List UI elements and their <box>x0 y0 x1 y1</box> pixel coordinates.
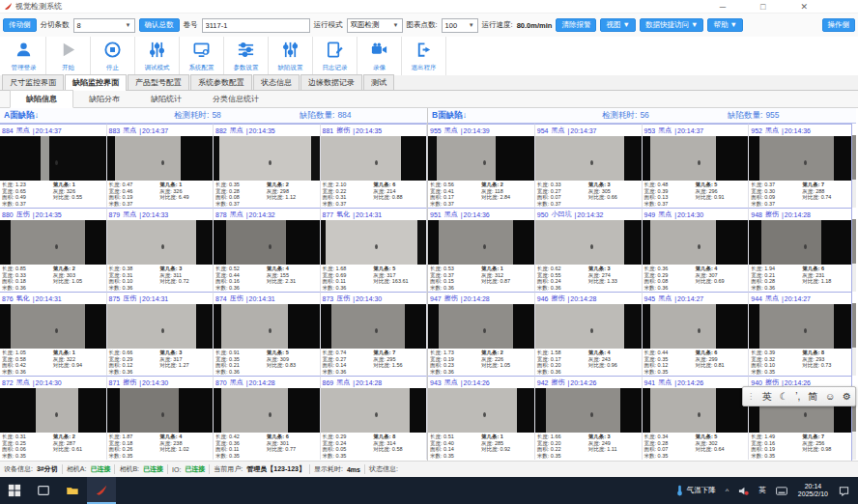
action-defect-settings[interactable]: 缺陷设置 <box>269 37 313 75</box>
defect-cell[interactable]: 879黑点20:14:33长度: 0.38宽度: 0.31面积: 0.10米数:… <box>107 208 214 292</box>
defect-cell[interactable]: 875压伤20:14:31长度: 0.66宽度: 0.29面积: 0.12米数:… <box>107 292 214 376</box>
defect-image[interactable] <box>535 136 642 181</box>
defect-image[interactable] <box>107 388 214 433</box>
tab-2[interactable]: 产品型号配置 <box>128 74 189 90</box>
tab-3[interactable]: 系统参数配置 <box>190 74 252 90</box>
defect-image[interactable] <box>107 304 214 349</box>
defect-image[interactable] <box>214 388 320 433</box>
tab-6[interactable]: 测试 <box>363 74 394 90</box>
ime-fullhalf-moon-icon[interactable]: ☾ <box>780 392 788 402</box>
tab-5[interactable]: 边缘数据记录 <box>300 74 362 90</box>
subtab-1[interactable]: 缺陷分布 <box>73 91 135 107</box>
defect-image[interactable] <box>321 388 427 433</box>
defect-image[interactable] <box>535 304 642 349</box>
defect-image[interactable] <box>107 220 214 265</box>
operator-side-button[interactable]: 操作侧 <box>822 18 856 33</box>
start-button[interactable] <box>0 477 29 504</box>
action-user[interactable]: 管理登录 <box>2 37 46 75</box>
ime-charset-toggle[interactable]: 简 <box>808 392 817 402</box>
tab-1[interactable]: 缺陷监控界面 <box>65 74 127 91</box>
defect-image[interactable] <box>321 136 427 181</box>
defect-cell[interactable]: 955黑点20:14:39长度: 0.56宽度: 0.41面积: 0.17米数:… <box>428 124 535 208</box>
defect-image[interactable] <box>749 220 855 265</box>
defect-cell[interactable]: 873压伤20:14:30长度: 0.74宽度: 0.27面积: 0.14米数:… <box>321 292 428 376</box>
roll-number-input[interactable] <box>202 18 310 33</box>
notification-center-icon[interactable] <box>834 477 854 504</box>
action-exit[interactable]: 退出程序 <box>402 37 446 75</box>
defect-image[interactable] <box>428 304 534 349</box>
defect-cell[interactable]: 949黑点20:14:30长度: 0.36宽度: 0.29面积: 0.08米数:… <box>643 208 750 292</box>
defect-image[interactable] <box>749 304 855 349</box>
defect-image[interactable] <box>535 220 642 265</box>
defect-image[interactable] <box>643 304 749 349</box>
clear-alarm-button[interactable]: 清除报警 <box>556 18 596 33</box>
ime-punctuation-toggle[interactable]: ’, <box>795 392 800 402</box>
action-play[interactable]: 开始 <box>46 37 91 75</box>
defect-image[interactable] <box>107 136 214 181</box>
ime-lang-toggle[interactable]: 英 <box>762 392 772 402</box>
defect-cell[interactable]: 883黑点20:14:37长度: 0.47宽度: 0.46面积: 0.19米数:… <box>107 124 214 208</box>
defect-cell[interactable]: 871擦伤20:14:30长度: 1.87宽度: 0.18面积: 0.26米数:… <box>107 376 214 460</box>
drive-side-button[interactable]: 传动侧 <box>3 18 37 33</box>
close-button[interactable]: ✕ <box>800 0 808 14</box>
defect-cell[interactable]: 869黑点20:14:28长度: 0.29宽度: 0.24面积: 0.05米数:… <box>321 376 428 460</box>
defect-cell[interactable]: 947擦伤20:14:28长度: 1.73宽度: 0.19面积: 0.23米数:… <box>428 292 535 376</box>
ime-emoji-icon[interactable]: ☺ <box>825 392 835 402</box>
view-menu-button[interactable]: 视图 ▼ <box>600 18 636 33</box>
confirm-total-button[interactable]: 确认总数 <box>139 18 180 33</box>
defect-cell[interactable]: 880压伤20:14:35长度: 0.85宽度: 0.33面积: 0.18米数:… <box>0 208 107 292</box>
defect-image[interactable] <box>321 304 427 349</box>
defect-cell[interactable]: 943黑点20:14:26长度: 0.51宽度: 0.40面积: 0.14米数:… <box>428 376 535 460</box>
defect-image[interactable] <box>428 220 534 265</box>
keyboard-icon[interactable] <box>771 477 792 504</box>
run-mode-select[interactable]: 双面检测▼ <box>347 18 403 33</box>
help-menu-button[interactable]: 帮助 ▼ <box>707 18 743 33</box>
defect-cell[interactable]: 878黑点20:14:32长度: 0.52宽度: 0.44面积: 0.16米数:… <box>214 208 321 292</box>
defect-cell[interactable]: 946擦伤20:14:28长度: 1.58宽度: 0.17面积: 0.20米数:… <box>535 292 643 376</box>
defect-cell[interactable]: 950小凹坑20:14:32长度: 0.62宽度: 0.55面积: 0.24米数… <box>535 208 643 292</box>
defect-cell[interactable]: 881擦伤20:14:35长度: 2.10宽度: 0.22面积: 0.31米数:… <box>321 124 428 208</box>
subtab-2[interactable]: 缺陷统计 <box>135 91 197 107</box>
minimize-button[interactable]: ─ <box>720 0 726 14</box>
defect-image[interactable] <box>214 220 320 265</box>
defect-image[interactable] <box>535 388 642 433</box>
slit-count-select[interactable]: 8▼ <box>73 18 135 33</box>
defect-cell[interactable]: 942擦伤20:14:26长度: 1.66宽度: 0.20面积: 0.22米数:… <box>535 376 643 460</box>
inspection-app-taskbar-icon[interactable] <box>87 477 116 504</box>
maximize-button[interactable]: □ <box>760 0 765 14</box>
defect-cell[interactable]: 874压伤20:14:31长度: 0.91宽度: 0.35面积: 0.21米数:… <box>214 292 321 376</box>
defect-cell[interactable]: 948擦伤20:14:28长度: 1.94宽度: 0.21面积: 0.28米数:… <box>749 208 856 292</box>
action-params-sliders[interactable]: 参数设置 <box>224 37 269 75</box>
defect-cell[interactable]: 877氧化20:14:31长度: 1.68宽度: 0.69面积: 0.11米数:… <box>321 208 428 292</box>
defect-image[interactable] <box>321 220 427 265</box>
defect-image[interactable] <box>428 136 534 181</box>
defect-cell[interactable]: 872黑点20:14:30长度: 0.31宽度: 0.25面积: 0.06米数:… <box>0 376 107 460</box>
subtab-0[interactable]: 缺陷信息 <box>10 90 73 108</box>
subtab-3[interactable]: 分类信息统计 <box>197 91 274 107</box>
tray-expand-chevron[interactable]: ^ <box>721 477 734 504</box>
tab-4[interactable]: 状态信息 <box>253 74 300 90</box>
volume-icon[interactable] <box>733 477 754 504</box>
quick-access-menu-button[interactable]: 数据快捷访问 ▼ <box>640 18 704 33</box>
chart-points-select[interactable]: 100▼ <box>442 18 478 33</box>
defect-image[interactable] <box>643 388 749 433</box>
taskbar-clock[interactable]: 20:14 2025/2/10 <box>792 483 834 499</box>
defect-cell[interactable]: 952黑点20:14:36长度: 0.37宽度: 0.30面积: 0.09米数:… <box>749 124 856 208</box>
defect-cell[interactable]: 870黑点20:14:28长度: 0.42宽度: 0.36面积: 0.11米数:… <box>214 376 321 460</box>
defect-cell[interactable]: 944黑点20:14:27长度: 0.39宽度: 0.32面积: 0.10米数:… <box>749 292 856 376</box>
defect-image[interactable] <box>428 388 534 433</box>
ime-settings-gear-icon[interactable]: ⚙ <box>843 392 851 402</box>
defect-cell[interactable]: 954黑点20:14:37长度: 0.33宽度: 0.27面积: 0.07米数:… <box>535 124 643 208</box>
defect-cell[interactable]: 945黑点20:14:27长度: 0.44宽度: 0.35面积: 0.12米数:… <box>643 292 750 376</box>
defect-image[interactable] <box>0 136 106 181</box>
defect-cell[interactable]: 951黑点20:14:36长度: 0.53宽度: 0.37面积: 0.15米数:… <box>428 208 535 292</box>
ime-drag-handle[interactable]: ⋮ <box>747 393 755 401</box>
defect-cell[interactable]: 941黑点20:14:26长度: 0.34宽度: 0.28面积: 0.07米数:… <box>643 376 750 460</box>
tab-0[interactable]: 尺寸监控界面 <box>2 74 64 90</box>
action-log[interactable]: 日志记录 <box>313 37 358 75</box>
action-debug-sliders[interactable]: 调试模式 <box>135 37 180 75</box>
defect-image[interactable] <box>643 220 749 265</box>
defect-image[interactable] <box>214 136 320 181</box>
weather-widget[interactable]: 气温下降 <box>671 477 721 504</box>
defect-cell[interactable]: 876氧化20:14:31长度: 1.05宽度: 0.58面积: 0.42米数:… <box>0 292 107 376</box>
